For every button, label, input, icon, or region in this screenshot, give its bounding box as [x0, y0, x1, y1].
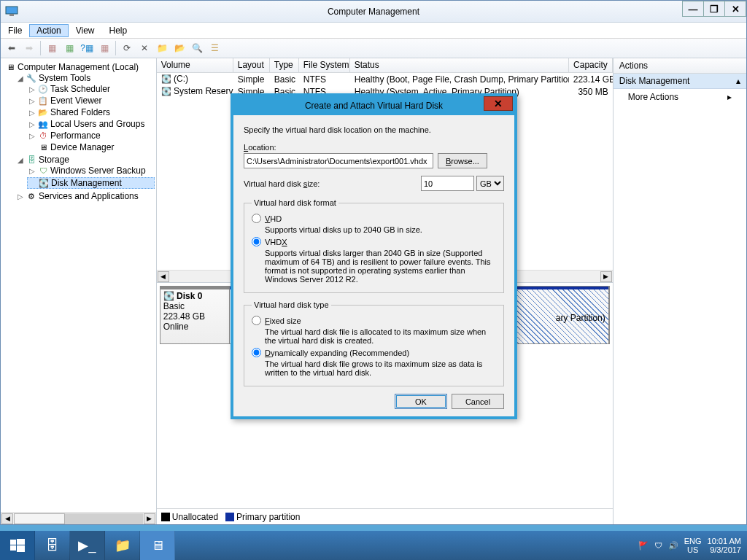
forward-button[interactable]: ➡: [21, 40, 37, 56]
system-tray[interactable]: 🚩 🛡 🔊 ENGUS 10:01 AM9/3/2017: [638, 531, 747, 560]
menu-help[interactable]: Help: [102, 24, 135, 37]
fixed-description: The virtual hard disk file is allocated …: [265, 327, 496, 345]
svg-rect-1: [9, 14, 14, 16]
size-unit-select[interactable]: GB: [476, 176, 504, 191]
tree-shared-folders[interactable]: ▷📂Shared Folders: [27, 107, 155, 117]
properties-icon[interactable]: ☰: [206, 40, 222, 56]
volume-list-header[interactable]: Volume Layout Type File System Status Ca…: [157, 58, 613, 73]
col-type[interactable]: Type: [270, 58, 299, 72]
tray-volume-icon[interactable]: 🔊: [668, 541, 678, 551]
tray-language[interactable]: ENGUS: [684, 537, 702, 554]
svg-rect-4: [10, 545, 16, 551]
tool-icon[interactable]: ▦: [96, 40, 112, 56]
taskbar[interactable]: 🗄 ▶_ 📁 🖥 🚩 🛡 🔊 ENGUS 10:01 AM9/3/2017: [0, 531, 747, 560]
svg-rect-3: [17, 539, 25, 545]
actions-group-disk-management[interactable]: Disk Management ▴: [614, 74, 746, 89]
navigation-tree[interactable]: 🖥Computer Management (Local) ◢🔧System To…: [1, 58, 157, 524]
radio-vhd[interactable]: VHD: [252, 214, 496, 223]
help-icon[interactable]: ?▦: [79, 40, 95, 56]
start-button[interactable]: [0, 531, 35, 560]
tree-task-scheduler[interactable]: ▷🕑Task Scheduler: [27, 84, 155, 94]
format-group: Virtual hard disk format VHD Supports vi…: [244, 198, 504, 293]
tree-services[interactable]: ▷⚙Services and Applications: [15, 191, 155, 201]
actions-more[interactable]: More Actions ▸: [614, 89, 746, 105]
collapse-icon: ▴: [736, 76, 740, 86]
menu-action[interactable]: Action: [29, 24, 68, 37]
radio-dynamic[interactable]: Dynamically expanding (Recommended): [252, 348, 496, 357]
scroll-right-button[interactable]: ▶: [600, 271, 612, 282]
maximize-button[interactable]: ❐: [703, 1, 725, 17]
task-computer-management[interactable]: 🖥: [140, 531, 175, 560]
dialog-intro-text: Specify the virtual hard disk location o…: [244, 125, 504, 134]
folder-icon[interactable]: 📁: [154, 40, 170, 56]
legend-unallocated-swatch: [161, 513, 170, 521]
drive-icon: 💽: [161, 74, 171, 85]
actions-header: Actions: [614, 58, 746, 74]
tree-device-manager[interactable]: 🖥Device Manager: [27, 142, 155, 152]
tree-system-tools[interactable]: ◢🔧System Tools: [15, 73, 155, 83]
tree-local-users[interactable]: ▷👥Local Users and Groups: [27, 119, 155, 129]
type-group: Virtual hard disk type Fixed size The vi…: [244, 300, 504, 386]
col-filesystem[interactable]: File System: [299, 58, 350, 72]
delete-icon[interactable]: ✕: [136, 40, 152, 56]
legend: Unallocated Primary partition: [157, 508, 613, 524]
close-button[interactable]: ✕: [724, 1, 746, 17]
tool-icon[interactable]: ▦: [61, 40, 77, 56]
location-label: Location:: [244, 143, 504, 152]
window-title: Computer Management: [328, 7, 419, 17]
volume-row[interactable]: 💽 (C:) Simple Basic NTFS Healthy (Boot, …: [157, 73, 613, 85]
open-folder-icon[interactable]: 📂: [171, 40, 187, 56]
tray-clock[interactable]: 10:01 AM9/3/2017: [708, 537, 741, 554]
ok-button[interactable]: OK: [395, 394, 447, 409]
tree-event-viewer[interactable]: ▷📋Event Viewer: [27, 96, 155, 106]
toolbar: ⬅ ➡ ▦ ▦ ?▦ ▦ ⟳ ✕ 📁 📂 🔍 ☰: [1, 39, 746, 58]
actions-panel: Actions Disk Management ▴ More Actions ▸: [614, 58, 746, 524]
browse-button[interactable]: Browse...: [438, 153, 487, 168]
title-bar[interactable]: Computer Management — ❐ ✕: [1, 1, 746, 23]
minimize-button[interactable]: —: [682, 1, 704, 17]
tree-disk-management[interactable]: 💽Disk Management: [27, 177, 155, 189]
tray-icon[interactable]: 🛡: [654, 541, 662, 550]
scroll-right-button[interactable]: ▶: [144, 513, 155, 524]
col-layout[interactable]: Layout: [233, 58, 270, 72]
svg-rect-0: [6, 7, 18, 14]
vhd-description: Supports virtual disks up to 2040 GB in …: [265, 225, 496, 234]
col-status[interactable]: Status: [350, 58, 569, 72]
submenu-arrow-icon: ▸: [727, 92, 732, 102]
dialog-title-bar[interactable]: Create and Attach Virtual Hard Disk ✕: [233, 96, 514, 115]
radio-fixed[interactable]: Fixed size: [252, 316, 496, 325]
task-powershell[interactable]: ▶_: [70, 531, 105, 560]
tool-icon[interactable]: ▦: [44, 40, 60, 56]
tree-performance[interactable]: ▷⏱Performance: [27, 131, 155, 141]
menu-view[interactable]: View: [69, 24, 102, 37]
menu-file[interactable]: File: [1, 24, 29, 37]
search-icon[interactable]: 🔍: [189, 40, 205, 56]
size-input[interactable]: [421, 176, 474, 191]
disk-info: 💽 Disk 0 Basic 223.48 GB Online: [160, 287, 230, 343]
cancel-button[interactable]: Cancel: [452, 394, 504, 409]
vhdx-description: Supports virtual disks larger than 2040 …: [265, 249, 496, 284]
size-label: Virtual hard disk size:: [244, 179, 320, 188]
scroll-left-button[interactable]: ◀: [158, 271, 169, 282]
col-volume[interactable]: Volume: [157, 58, 233, 72]
svg-rect-2: [10, 540, 16, 545]
drive-icon: 💽: [161, 87, 171, 97]
scroll-thumb[interactable]: [14, 513, 65, 524]
svg-rect-5: [17, 545, 25, 552]
refresh-icon[interactable]: ⟳: [119, 40, 135, 56]
dialog-title: Create and Attach Virtual Hard Disk: [305, 101, 443, 111]
dynamic-description: The virtual hard disk file grows to its …: [265, 359, 496, 377]
dialog-close-button[interactable]: ✕: [484, 96, 513, 111]
task-explorer[interactable]: 📁: [105, 531, 140, 560]
tree-root[interactable]: 🖥Computer Management (Local): [4, 62, 155, 72]
radio-vhdx[interactable]: VHDX: [252, 237, 496, 246]
col-capacity[interactable]: Capacity: [569, 58, 613, 72]
back-button[interactable]: ⬅: [4, 40, 20, 56]
location-input[interactable]: [244, 153, 433, 168]
tray-icon[interactable]: 🚩: [638, 541, 649, 551]
task-server-manager[interactable]: 🗄: [35, 531, 70, 560]
tree-storage[interactable]: ◢🗄Storage: [15, 155, 155, 165]
tree-wsb[interactable]: ▷🛡Windows Server Backup: [27, 166, 155, 176]
legend-primary-swatch: [225, 513, 234, 521]
scroll-left-button[interactable]: ◀: [1, 513, 13, 524]
